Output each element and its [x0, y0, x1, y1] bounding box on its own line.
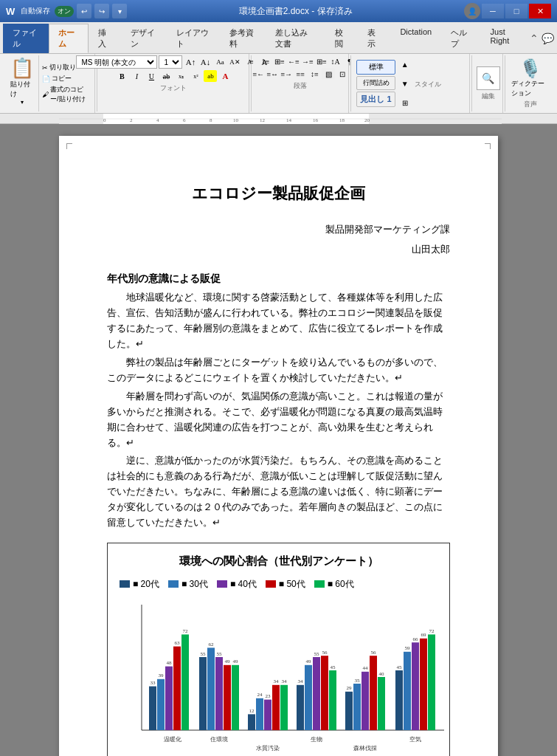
category-label: 温暖化	[164, 736, 181, 743]
tab-help[interactable]: ヘルプ	[441, 24, 480, 53]
ribbon-collapse-button[interactable]: ⌃	[530, 32, 539, 44]
superscript-button[interactable]: x²	[189, 70, 202, 82]
style-scroll-up-button[interactable]: ▲	[398, 58, 412, 70]
style-scroll-down-button[interactable]: ▼	[398, 78, 412, 89]
bar-label: 59	[405, 645, 411, 651]
bar-label: 34	[274, 678, 280, 684]
ribbon-tabs: ファイル ホーム 挿入 デザイン レイアウト 参考資料 差し込み文書 校閲 表示…	[0, 22, 557, 54]
paragraph-group-label: 段落	[294, 81, 307, 91]
close-button[interactable]: ✕	[529, 4, 551, 18]
align-center-button[interactable]: ≡↔	[266, 68, 279, 80]
numbering-button[interactable]: 1≡	[259, 55, 272, 67]
font-size-select[interactable]: 10.5	[159, 55, 182, 69]
search-button[interactable]: 🔍	[477, 66, 500, 90]
svg-text:8: 8	[210, 117, 212, 123]
tab-references[interactable]: 参考資料	[220, 24, 266, 53]
strikethrough-button[interactable]: ab	[159, 70, 173, 82]
legend-40: ■ 40代	[217, 577, 257, 591]
chart-legend: ■ 20代 ■ 30代 ■ 40代 ■ 50代 ■ 60代	[120, 577, 437, 591]
bar-label: 35	[355, 678, 361, 684]
paste-icon: 📋	[10, 57, 34, 80]
style-expand-button[interactable]: ⊞	[398, 97, 412, 109]
maximize-button[interactable]: □	[505, 4, 527, 18]
divider-4	[471, 55, 472, 111]
bar	[181, 635, 189, 731]
bar-label: 55	[314, 651, 320, 657]
tab-home[interactable]: ホーム	[49, 24, 88, 53]
shading-button[interactable]: ▨	[322, 68, 335, 80]
align-left-button[interactable]: ≡←	[252, 68, 265, 80]
border-button[interactable]: ⊡	[336, 68, 349, 80]
dictation-label: ディクテーション	[511, 79, 550, 98]
bar	[280, 685, 288, 730]
increase-indent-button[interactable]: →≡	[301, 55, 314, 67]
clear-format-button[interactable]: A✕	[228, 56, 241, 68]
page-corner-tl	[66, 143, 72, 149]
bar	[378, 677, 385, 730]
svg-text:14: 14	[286, 117, 292, 123]
bar	[149, 687, 156, 730]
share-button[interactable]: 💬	[542, 32, 554, 44]
styles-group-label: スタイル	[415, 80, 441, 89]
dictation-button[interactable]: 🎙️ ディクテーション	[511, 58, 550, 98]
chart-svg: 33 39 48 63 72 温暖化 55 62 55 49	[120, 597, 444, 756]
svg-text:18: 18	[339, 117, 345, 123]
bar	[420, 639, 427, 730]
bold-button[interactable]: B	[115, 70, 128, 82]
tab-review[interactable]: 校閲	[325, 24, 358, 53]
tab-mailings[interactable]: 差し込み文書	[266, 24, 325, 53]
autosave-state[interactable]: オン	[55, 6, 74, 17]
bar	[264, 700, 271, 730]
highlight-button[interactable]: ab	[204, 70, 217, 82]
paragraph-group: ≡ 1≡ ⊞≡ ←≡ →≡ ⊞≡ ↕A ¶ ≡← ≡↔ ≡→ ≡≡ ↕≡ ▨ ⊡…	[253, 54, 349, 113]
decrease-indent-button[interactable]: ←≡	[287, 55, 300, 67]
bar	[321, 656, 328, 730]
tab-insert[interactable]: 挿入	[89, 24, 121, 53]
format-painter-button[interactable]: 🖌書式のコピー/貼り付け	[42, 85, 89, 104]
line-spacing-button[interactable]: ↕≡	[308, 68, 321, 80]
tab-design[interactable]: デザイン	[121, 24, 167, 53]
font-color2-button[interactable]: A	[218, 70, 232, 82]
style-compact-text: 行間詰め	[363, 78, 390, 88]
tab-view[interactable]: 表示	[358, 24, 390, 53]
copy-button[interactable]: 📄コピー	[42, 74, 89, 83]
change-case-button[interactable]: Aa	[213, 56, 226, 68]
redo-button[interactable]: ↪	[94, 4, 109, 18]
bullets-button[interactable]: ≡	[245, 55, 258, 67]
undo-button[interactable]: ↩	[77, 4, 91, 18]
bar	[157, 679, 165, 730]
font-name-select[interactable]: MS 明朝 (本文の	[76, 55, 157, 69]
doc-para-1: 地球温暖化など、環境に関する啓蒙活動として、各種媒体等を利用した広告、宣伝、告知…	[107, 290, 450, 352]
bar	[395, 670, 403, 730]
user-avatar[interactable]: 👤	[464, 3, 480, 19]
italic-button[interactable]: I	[130, 70, 143, 82]
bar-label: 72	[429, 628, 435, 634]
underline-button[interactable]: U	[145, 70, 158, 82]
justify-full-button[interactable]: ≡≡	[294, 68, 307, 80]
style-normal-text: 標準	[369, 62, 384, 72]
doc-para-3: 年齢層を問わず高いのが、気温関係の意識が高いこと。これは報道の量が多いからだと推…	[107, 389, 450, 451]
sort-button[interactable]: ↕A	[329, 55, 342, 67]
font-shrink-button[interactable]: A↓	[198, 56, 212, 68]
chart-container: 環境への関心割合（世代別アンケート） ■ 20代 ■ 30代 ■ 40代 ■	[107, 543, 450, 756]
divider-3	[350, 55, 351, 111]
tab-justright[interactable]: Just Right	[481, 24, 530, 53]
subscript-button[interactable]: x₂	[174, 70, 187, 82]
justify-button[interactable]: ⊞≡	[315, 55, 328, 67]
paste-button[interactable]: 📋 貼り付け ▾	[6, 55, 39, 111]
multilevel-button[interactable]: ⊞≡	[273, 55, 286, 67]
minimize-button[interactable]: ─	[482, 4, 504, 18]
style-heading1[interactable]: 見出し 1	[356, 92, 395, 107]
align-right-button[interactable]: ≡→	[280, 68, 293, 80]
paste-label: 貼り付け	[10, 80, 34, 99]
tab-layout[interactable]: レイアウト	[167, 24, 220, 53]
style-normal[interactable]: 標準	[356, 60, 395, 75]
style-compact[interactable]: 行間詰め	[356, 76, 395, 90]
font-grow-button[interactable]: A↑	[184, 56, 197, 68]
paste-dropdown-arrow[interactable]: ▾	[21, 99, 24, 106]
tab-file[interactable]: ファイル	[3, 24, 49, 53]
legend-60: ■ 60代	[314, 577, 354, 591]
copy-icon: 📄	[42, 75, 50, 83]
customize-qat-button[interactable]: ▾	[112, 4, 127, 18]
tab-dictation[interactable]: Dictation	[390, 24, 441, 53]
